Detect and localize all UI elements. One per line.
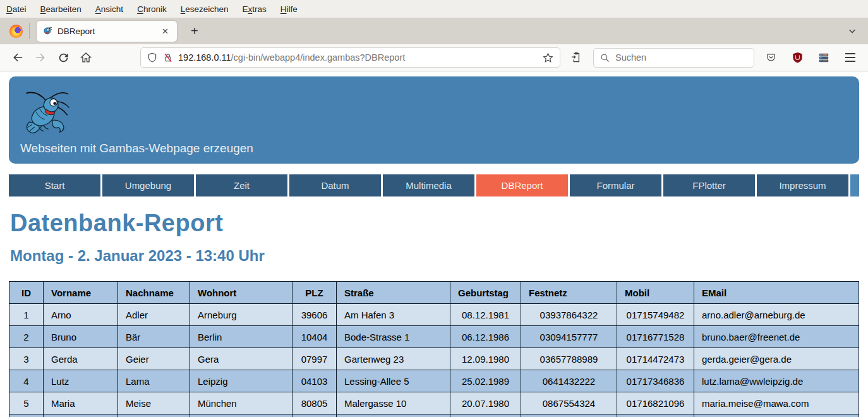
insecure-lock-icon[interactable] — [163, 52, 173, 63]
cell-email: gerda.geier@gera.de — [694, 348, 859, 370]
url-host: 192.168.0.11 — [178, 52, 231, 63]
table-row: 3 Gerda Geier Gera 07997 Gartenweg 23 12… — [9, 348, 859, 370]
col-header-plz: PLZ — [292, 282, 337, 304]
col-header-vorname: Vorname — [44, 282, 118, 304]
cell-nachname: Adler — [118, 304, 190, 326]
cell-mobil: 01716771528 — [617, 326, 694, 348]
cell-nachname: Geier — [118, 348, 190, 370]
database-report-table: ID Vorname Nachname Wohnort PLZ Straße G… — [9, 281, 859, 417]
cell-plz: 07997 — [292, 348, 337, 370]
table-row: 1 Arno Adler Arneburg 39606 Am Hafen 3 0… — [9, 304, 859, 326]
pocket-icon[interactable] — [761, 47, 781, 68]
cell-wohnort: München — [190, 392, 292, 414]
cell-mobil: 01717346836 — [617, 370, 694, 392]
nav-item-dbreport[interactable]: DBReport — [476, 174, 568, 196]
menu-hilfe[interactable]: Hilfe — [280, 4, 298, 14]
search-input[interactable]: Suchen — [593, 48, 754, 68]
nav-item-formular[interactable]: Formular — [570, 174, 661, 196]
nav-filler — [850, 174, 859, 196]
hamburger-menu-icon[interactable] — [840, 53, 860, 61]
col-header-nachname: Nachname — [118, 282, 190, 304]
cell-plz: 80805 — [292, 392, 337, 414]
cell-wohnort: Gera — [190, 348, 292, 370]
navigation-toolbar: 192.168.0.11/cgi-bin/webapp4/index.gamba… — [0, 44, 868, 71]
clipboard-icon[interactable] — [565, 47, 586, 68]
nav-item-start[interactable]: Start — [9, 174, 100, 196]
cell-strasse: Am Hafen 3 — [337, 304, 450, 326]
cell-wohnort: Leipzig — [190, 370, 292, 392]
tab-overflow-chevron-icon[interactable] — [848, 27, 857, 35]
cell-email: bruno.baer@freenet.de — [694, 326, 859, 348]
bookmark-star-icon[interactable] — [543, 52, 553, 63]
cell-id: 4 — [9, 370, 44, 392]
cell-festnetz: 03937864322 — [521, 304, 617, 326]
cell-strasse: Lessing-Allee 5 — [337, 370, 450, 392]
gambas-mascot-logo — [20, 84, 71, 142]
cell-strasse: Malergasse 10 — [337, 392, 450, 414]
url-bar[interactable]: 192.168.0.11/cgi-bin/webapp4/index.gamba… — [140, 47, 560, 68]
tab-close-icon[interactable]: ✕ — [159, 25, 171, 37]
table-row: 5 Maria Meise München 80805 Malergasse 1… — [9, 392, 859, 414]
page-content: Webseiten mit Gambas-Webpage erzeugen St… — [0, 76, 868, 417]
menu-ansicht[interactable]: Ansicht — [95, 4, 123, 14]
banner-tagline: Webseiten mit Gambas-Webpage erzeugen — [20, 142, 253, 155]
tabstrip-divider — [29, 23, 30, 39]
menu-bearbeiten[interactable]: Bearbeiten — [40, 4, 81, 14]
nav-item-datum[interactable]: Datum — [289, 174, 381, 196]
cell-wohnort: Berlin — [190, 326, 292, 348]
col-header-email: EMail — [694, 282, 859, 304]
browser-menubar: Datei Bearbeiten Ansicht Chronik Lesezei… — [0, 0, 868, 18]
reload-icon[interactable] — [53, 47, 73, 68]
menu-extras[interactable]: Extras — [243, 4, 267, 14]
cell-vorname: Bruno — [44, 326, 118, 348]
page-subtitle: Montag - 2. Januar 2023 - 13:40 Uhr — [10, 247, 868, 265]
cell-nachname: Bär — [118, 326, 190, 348]
tab-title: DBReport — [57, 27, 159, 36]
url-path: /cgi-bin/webapp4/index.gambas?DBReport — [231, 52, 406, 63]
col-header-wohnort: Wohnort — [190, 282, 292, 304]
cell-nachname: Meise — [118, 392, 190, 414]
col-header-id: ID — [9, 282, 44, 304]
cell-plz: 04103 — [292, 370, 337, 392]
cell-plz: 39606 — [292, 304, 337, 326]
nav-item-fplotter[interactable]: FPlotter — [663, 174, 755, 196]
cell-geburtstag: 20.07.1980 — [450, 392, 521, 414]
cell-festnetz: 03657788989 — [521, 348, 617, 370]
cell-wohnort: Arneburg — [190, 304, 292, 326]
table-header-row: ID Vorname Nachname Wohnort PLZ Straße G… — [9, 282, 859, 304]
table-row: 4 Lutz Lama Leipzig 04103 Lessing-Allee … — [9, 370, 859, 392]
table-row-partial — [9, 414, 859, 417]
cell-id: 2 — [9, 326, 44, 348]
cell-plz: 10404 — [292, 326, 337, 348]
forward-icon[interactable] — [30, 47, 51, 68]
site-banner: Webseiten mit Gambas-Webpage erzeugen — [9, 76, 859, 164]
cell-vorname: Lutz — [44, 370, 118, 392]
search-placeholder: Suchen — [615, 52, 646, 63]
cell-email: arno.adler@arneburg.de — [694, 304, 859, 326]
nav-item-umgebung[interactable]: Umgebung — [102, 174, 194, 196]
cell-vorname: Maria — [44, 392, 118, 414]
back-icon[interactable] — [8, 47, 28, 68]
cell-geburtstag: 06.12.1986 — [450, 326, 521, 348]
cell-strasse: Gartenweg 23 — [337, 348, 450, 370]
cell-email: lutz.lama@wwleipzig.de — [694, 370, 859, 392]
firefox-logo-icon[interactable] — [6, 21, 25, 40]
menu-chronik[interactable]: Chronik — [137, 4, 167, 14]
server-extension-icon[interactable] — [814, 47, 834, 68]
browser-tab-dbreport[interactable]: DBReport ✕ — [37, 21, 177, 42]
page-title: Datenbank-Report — [10, 210, 868, 237]
cell-id: 5 — [9, 392, 44, 414]
cell-vorname: Arno — [44, 304, 118, 326]
col-header-mobil: Mobil — [617, 282, 694, 304]
nav-item-impressum[interactable]: Impressum — [757, 174, 848, 196]
tracking-shield-icon[interactable] — [147, 52, 157, 63]
menu-lesezeichen[interactable]: Lesezeichen — [181, 4, 229, 14]
cell-geburtstag: 12.09.1980 — [450, 348, 521, 370]
menu-datei[interactable]: Datei — [6, 4, 27, 14]
home-icon[interactable] — [76, 47, 96, 68]
nav-item-multimedia[interactable]: Multimedia — [383, 174, 474, 196]
ublock-shield-icon[interactable] — [787, 47, 807, 68]
nav-item-zeit[interactable]: Zeit — [196, 174, 287, 196]
new-tab-button[interactable]: + — [187, 24, 202, 39]
cell-email: maria.meise@mawa.com — [694, 392, 859, 414]
